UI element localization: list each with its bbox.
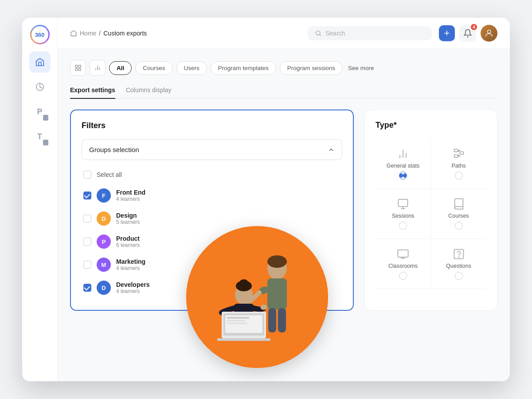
group-count-frontend: 4 learners bbox=[116, 196, 145, 202]
radio-courses[interactable] bbox=[455, 222, 463, 230]
type-item-paths: Paths bbox=[431, 139, 486, 189]
group-info-frontend: Front End 4 learners bbox=[116, 189, 145, 202]
groups-dropdown[interactable]: Groups selection bbox=[82, 139, 342, 160]
sub-tabs: Export settings Columns display bbox=[70, 86, 497, 99]
notifications-button[interactable]: 4 bbox=[459, 25, 476, 42]
chevron-up-icon bbox=[328, 146, 335, 153]
group-name-frontend: Front End bbox=[116, 189, 145, 196]
grid-view-button[interactable] bbox=[70, 60, 86, 76]
groups-dropdown-label: Groups selection bbox=[89, 146, 139, 153]
svg-rect-5 bbox=[75, 65, 78, 67]
radio-sessions[interactable] bbox=[399, 222, 407, 230]
svg-rect-7 bbox=[75, 68, 78, 70]
svg-rect-11 bbox=[460, 152, 463, 154]
bell-icon bbox=[463, 29, 472, 38]
type-grid: General stats bbox=[376, 139, 486, 289]
group-item-design: D Design 5 learners bbox=[82, 207, 342, 230]
header: Home / Custom exports Search + bbox=[58, 18, 510, 49]
group-item-frontend: F Front End 4 learners bbox=[82, 184, 342, 207]
svg-rect-8 bbox=[78, 68, 81, 70]
orange-circle-illustration bbox=[186, 226, 328, 368]
select-all-checkbox[interactable] bbox=[83, 171, 91, 179]
select-all-label: Select all bbox=[97, 171, 122, 178]
svg-point-27 bbox=[260, 305, 267, 310]
questions-icon bbox=[453, 248, 465, 260]
svg-rect-21 bbox=[268, 308, 276, 332]
tab-program-sessions[interactable]: Program sessions bbox=[280, 61, 343, 75]
sidebar-item-analytics[interactable] bbox=[29, 76, 51, 98]
group-name-developers: Developers bbox=[116, 281, 149, 288]
analytics-icon bbox=[35, 82, 45, 92]
group-checkbox-design[interactable] bbox=[83, 215, 91, 223]
group-count-developers: 4 learners bbox=[116, 288, 149, 294]
user-avatar[interactable] bbox=[481, 25, 497, 42]
svg-point-4 bbox=[487, 30, 490, 33]
group-checkbox-developers[interactable] bbox=[83, 284, 91, 292]
svg-rect-19 bbox=[267, 278, 287, 309]
tab-courses[interactable]: Courses bbox=[135, 61, 172, 75]
svg-rect-34 bbox=[217, 338, 270, 341]
tab-export-settings[interactable]: Export settings bbox=[70, 86, 115, 99]
tab-users[interactable]: Users bbox=[176, 61, 207, 75]
sidebar-item-p[interactable]: P bbox=[29, 101, 51, 122]
filter-tabs: All Courses Users Program templates Prog… bbox=[70, 60, 497, 76]
sidebar-item-t[interactable]: T bbox=[29, 126, 51, 147]
group-checkbox-product[interactable] bbox=[83, 238, 91, 246]
group-info-product: Product 6 learners bbox=[116, 235, 140, 248]
chart-view-button[interactable] bbox=[90, 60, 106, 76]
tab-all[interactable]: All bbox=[109, 61, 132, 75]
see-more-button[interactable]: See more bbox=[348, 65, 374, 71]
group-count-marketing: 4 learners bbox=[116, 265, 145, 271]
type-item-questions: Questions bbox=[431, 239, 486, 289]
group-count-product: 6 learners bbox=[116, 242, 140, 248]
svg-rect-1 bbox=[43, 117, 48, 120]
breadcrumb-separator: / bbox=[99, 30, 101, 37]
group-avatar-marketing: M bbox=[97, 258, 111, 272]
radio-paths[interactable] bbox=[455, 172, 463, 180]
type-title: Type* bbox=[376, 121, 486, 130]
svg-point-15 bbox=[458, 257, 459, 257]
group-info-developers: Developers 4 learners bbox=[116, 281, 149, 294]
group-info-marketing: Marketing 4 learners bbox=[116, 258, 145, 271]
group-checkbox-frontend[interactable] bbox=[83, 192, 91, 200]
people-illustration bbox=[186, 226, 328, 368]
lock-icon-p bbox=[43, 115, 48, 120]
home-breadcrumb-icon bbox=[70, 30, 77, 37]
search-bar[interactable]: Search bbox=[308, 26, 432, 40]
radio-classrooms[interactable] bbox=[399, 272, 407, 280]
svg-rect-13 bbox=[398, 250, 408, 257]
breadcrumb-home[interactable]: Home bbox=[80, 30, 96, 37]
sidebar-letter-t: T bbox=[37, 132, 42, 141]
type-label-courses: Courses bbox=[448, 213, 469, 219]
sidebar-item-home[interactable] bbox=[29, 51, 51, 73]
tab-columns-display[interactable]: Columns display bbox=[126, 86, 172, 99]
svg-point-3 bbox=[316, 31, 320, 35]
courses-icon bbox=[453, 198, 465, 210]
svg-rect-10 bbox=[454, 155, 458, 157]
svg-rect-6 bbox=[78, 65, 81, 67]
paths-icon bbox=[453, 148, 465, 160]
sessions-icon bbox=[397, 198, 409, 210]
breadcrumb-current: Custom exports bbox=[103, 30, 147, 37]
radio-general-stats[interactable] bbox=[399, 172, 407, 180]
group-name-design: Design bbox=[116, 212, 140, 219]
select-all-row: Select all bbox=[82, 167, 342, 182]
group-name-product: Product bbox=[116, 235, 140, 242]
group-avatar-developers: D bbox=[97, 281, 111, 295]
svg-rect-33 bbox=[227, 323, 247, 324]
type-panel: Type* General stats bbox=[364, 110, 497, 311]
svg-rect-2 bbox=[43, 142, 48, 145]
svg-point-18 bbox=[267, 255, 287, 268]
tab-program-templates[interactable]: Program templates bbox=[211, 61, 276, 75]
filters-title: Filters bbox=[82, 121, 342, 130]
svg-rect-31 bbox=[227, 317, 249, 319]
radio-questions[interactable] bbox=[455, 272, 463, 280]
header-actions: + 4 bbox=[439, 25, 497, 42]
breadcrumb: Home / Custom exports bbox=[70, 30, 301, 37]
search-placeholder: Search bbox=[325, 30, 345, 37]
type-label-paths: Paths bbox=[452, 163, 466, 169]
app-logo: 360 bbox=[30, 25, 50, 44]
add-button[interactable]: + bbox=[439, 25, 455, 41]
group-checkbox-marketing[interactable] bbox=[83, 261, 91, 269]
type-label-general-stats: General stats bbox=[387, 163, 419, 169]
